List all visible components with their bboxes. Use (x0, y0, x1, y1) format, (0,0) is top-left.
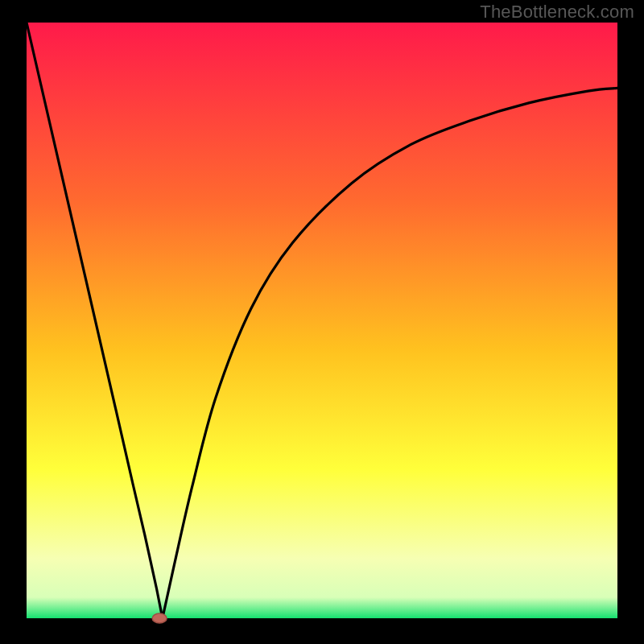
bottleneck-chart (0, 0, 644, 644)
chart-frame: { "watermark": "TheBottleneck.com", "col… (0, 0, 644, 644)
plot-background-gradient (27, 23, 617, 618)
optimum-marker (152, 613, 167, 623)
